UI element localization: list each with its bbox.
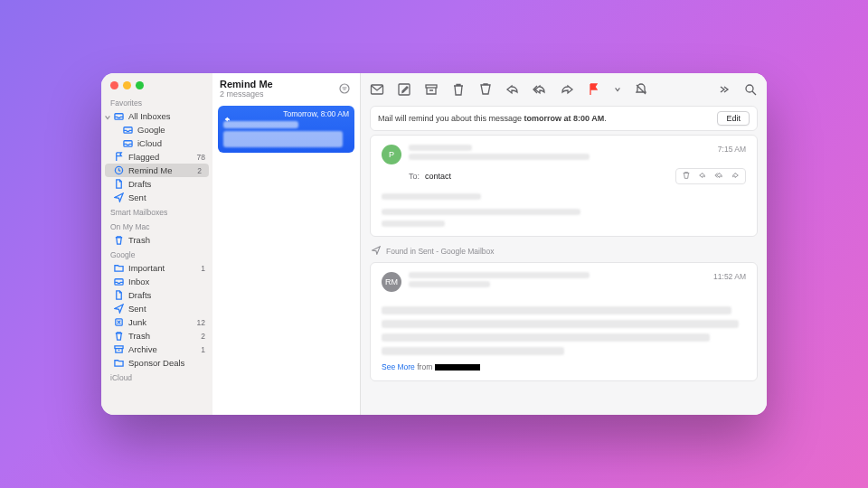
sidebar-item-remind-me[interactable]: Remind Me 2 (105, 164, 209, 177)
sidebar-item-count: 1 (201, 345, 207, 354)
sidebar-item-label: Google (137, 125, 207, 135)
sidebar-item-label: Sponsor Deals (128, 358, 207, 368)
flag-icon (114, 152, 124, 162)
minimize-window-button[interactable] (123, 81, 131, 89)
delete-button[interactable] (451, 82, 466, 97)
sidebar-item-label: Inbox (128, 277, 207, 286)
redacted-text (382, 306, 731, 314)
sidebar-item-icloud[interactable]: iCloud (101, 136, 212, 150)
compose-button[interactable] (397, 82, 411, 97)
filter-button[interactable] (336, 80, 353, 97)
redacted-text (409, 281, 490, 287)
sidebar-item-drafts[interactable]: Drafts (101, 177, 212, 191)
archive-button[interactable] (424, 82, 439, 97)
sidebar-item-label: Drafts (128, 290, 207, 300)
sidebar-item-label: Sent (128, 192, 207, 202)
plane-icon (114, 192, 124, 202)
sidebar-section-favorites: Favorites (101, 95, 212, 109)
sidebar-item-count: 78 (197, 153, 207, 162)
reply-button[interactable] (505, 82, 520, 97)
message-time: 7:15 AM (718, 145, 746, 164)
message-list-item[interactable]: Tomorrow, 8:00 AM (218, 106, 354, 153)
remind-banner: Mail will remind you about this message … (370, 106, 758, 131)
more-button[interactable] (716, 82, 731, 97)
sidebar-item-trash-google[interactable]: Trash 2 (101, 329, 212, 343)
doc-icon (114, 290, 124, 300)
redacted-text (409, 272, 590, 278)
tray-icon (114, 111, 124, 121)
sidebar-item-sent-google[interactable]: Sent (101, 302, 212, 315)
sidebar-item-label: Remind Me (128, 165, 193, 175)
mute-button[interactable] (634, 82, 648, 97)
edit-reminder-button[interactable]: Edit (717, 111, 750, 126)
search-button[interactable] (743, 82, 758, 97)
to-row: To: contact (382, 168, 746, 184)
to-label: To: (409, 172, 420, 181)
sidebar-item-label: Sent (128, 304, 207, 314)
sidebar-item-sent[interactable]: Sent (101, 191, 212, 204)
found-in-text: Found in Sent - Google Mailbox (386, 247, 495, 256)
sidebar-item-archive[interactable]: Archive 1 (101, 343, 212, 356)
svg-point-7 (340, 84, 349, 93)
sidebar-item-trash-local[interactable]: Trash (101, 233, 212, 247)
traffic-lights (101, 73, 212, 95)
see-more-from-label: from (415, 362, 435, 371)
reply-icon[interactable] (698, 171, 707, 182)
plane-icon (114, 304, 124, 314)
reply-indicator-icon (223, 110, 231, 117)
sidebar-item-label: Trash (128, 331, 196, 341)
reply-all-icon[interactable] (714, 171, 723, 182)
sidebar-item-google[interactable]: Google (101, 123, 212, 136)
sidebar-item-sponsor-deals[interactable]: Sponsor Deals (101, 356, 212, 370)
sidebar-item-inbox-google[interactable]: Inbox (101, 275, 212, 288)
sidebar-item-junk[interactable]: Junk 12 (101, 315, 212, 329)
redacted-text (223, 121, 298, 128)
sidebar-item-important[interactable]: Important 1 (101, 261, 212, 275)
junk-button[interactable] (478, 82, 493, 97)
sidebar-section-google: Google (101, 247, 212, 261)
svg-point-11 (746, 85, 753, 92)
found-in-bar: Found in Sent - Google Mailbox (370, 244, 758, 258)
message-time: 11:52 AM (713, 272, 746, 292)
svg-rect-6 (115, 346, 123, 349)
trash-icon[interactable] (682, 171, 691, 182)
message-remind-time: Tomorrow, 8:00 AM (283, 109, 349, 118)
remind-banner-text: Mail will remind you about this message … (378, 114, 607, 123)
message-card-2: RM 11:52 AM See More from (370, 262, 758, 381)
redacted-text (409, 145, 472, 151)
sidebar-item-flagged[interactable]: Flagged 78 (101, 150, 212, 164)
forward-icon[interactable] (731, 171, 740, 182)
avatar: RM (382, 272, 401, 292)
avatar: P (382, 145, 401, 164)
forward-button[interactable] (560, 82, 574, 97)
to-value: contact (425, 172, 451, 181)
folder-icon (114, 263, 124, 273)
reply-all-button[interactable] (533, 82, 547, 97)
sidebar-item-all-inboxes[interactable]: All Inboxes (101, 109, 212, 123)
message-list-pane: Remind Me 2 messages Tomorrow, 8:00 AM (212, 73, 361, 415)
folder-icon (114, 358, 124, 368)
sidebar-item-count: 1 (201, 264, 207, 273)
sidebar-item-label: Archive (128, 344, 196, 354)
redacted-text (409, 154, 590, 160)
doc-icon (114, 179, 124, 189)
redacted-sender (435, 364, 480, 371)
redacted-text (382, 320, 739, 328)
sidebar-section-smart: Smart Mailboxes (101, 204, 212, 219)
zoom-window-button[interactable] (136, 81, 144, 89)
message-list-header: Remind Me 2 messages (212, 73, 360, 106)
see-more-link[interactable]: See More (382, 362, 415, 371)
envelope-icon[interactable] (370, 82, 384, 97)
flag-menu-chevron-icon[interactable] (614, 82, 621, 97)
close-window-button[interactable] (110, 81, 118, 89)
sidebar-item-drafts-google[interactable]: Drafts (101, 288, 212, 302)
redacted-text (382, 193, 481, 200)
sidebar-item-count: 2 (201, 332, 207, 341)
sidebar: Favorites All Inboxes Google iCloud Flag… (101, 73, 212, 415)
sidebar-item-label: Important (128, 263, 196, 273)
sidebar-item-label: Drafts (128, 179, 207, 189)
message-card-1: P 7:15 AM To: contact (370, 135, 758, 237)
archive-icon (114, 344, 124, 354)
flag-button[interactable] (587, 82, 601, 97)
sidebar-section-icloud: iCloud (101, 370, 212, 384)
